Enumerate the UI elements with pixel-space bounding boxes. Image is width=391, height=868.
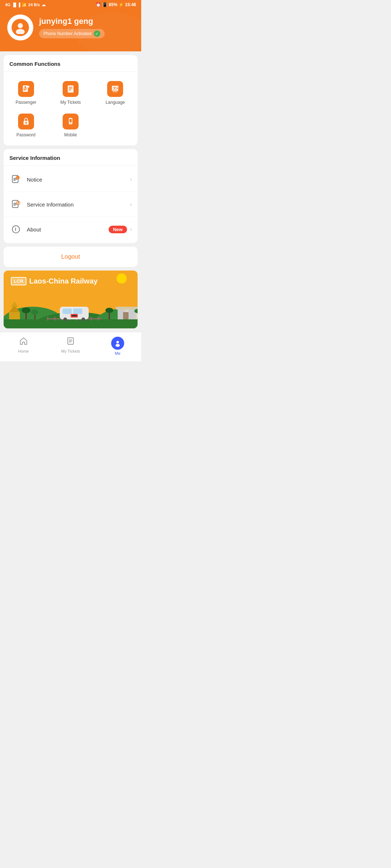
svg-rect-56 (9, 312, 20, 319)
svg-rect-20 (70, 119, 72, 122)
mobile-label: Mobile (64, 132, 77, 137)
nav-tickets-icon (66, 337, 75, 348)
data-speed: 24 B/s (28, 3, 40, 7)
svg-rect-47 (91, 317, 92, 320)
notice-icon: ! (9, 173, 22, 186)
language-label: Language (106, 100, 125, 105)
svg-rect-41 (47, 317, 48, 320)
function-mobile[interactable]: Mobile (48, 110, 93, 142)
svg-point-0 (18, 23, 23, 28)
svg-rect-75 (69, 342, 71, 342)
logout-button[interactable]: Logout (61, 253, 80, 260)
function-language[interactable]: 文A Language (93, 77, 138, 110)
svg-rect-50 (63, 309, 72, 314)
service-info-chevron: › (130, 201, 132, 208)
password-icon (18, 114, 34, 129)
svg-rect-74 (69, 341, 72, 341)
phone-badge-text: Phone Number Activated (43, 31, 92, 36)
charging-icon: ⚡ (118, 2, 124, 7)
svg-rect-18 (26, 123, 26, 124)
profile-header: junying1 geng Phone Number Activated ✓ (0, 9, 141, 51)
my-tickets-label: My Tickets (60, 100, 81, 105)
profile-info: junying1 geng Phone Number Activated ✓ (39, 17, 105, 38)
service-info-item[interactable]: Service Information › (4, 192, 138, 217)
function-my-tickets[interactable]: My Tickets (48, 77, 93, 110)
svg-point-54 (63, 318, 67, 321)
bottom-navigation: Home My Tickets Me (0, 332, 141, 361)
service-info-label: Service Information (27, 201, 130, 208)
avatar[interactable] (7, 14, 33, 41)
avatar-icon (12, 19, 29, 36)
about-label: About (27, 226, 109, 233)
service-about-item[interactable]: i About New › (4, 217, 138, 242)
functions-grid: + Passenger My Tickets (4, 72, 138, 145)
svg-point-55 (81, 318, 85, 321)
svg-rect-26 (13, 179, 17, 180)
wifi-icon: 📶 (22, 3, 27, 7)
svg-rect-10 (69, 88, 72, 89)
about-right: New › (109, 226, 132, 233)
signal-bars: ▐▌▐ (12, 3, 20, 7)
notice-label: Notice (27, 176, 130, 183)
svg-rect-51 (73, 309, 82, 314)
service-information-card: Service Information ! Notice › (4, 149, 138, 243)
svg-point-69 (105, 308, 113, 313)
passenger-icon: + (18, 81, 34, 97)
svg-rect-30 (13, 203, 16, 204)
status-left: 4G ▐▌▐ 📶 24 B/s ☁ (5, 3, 46, 7)
svg-text:i: i (15, 227, 16, 232)
lcr-logo-text: LCR (11, 277, 26, 285)
me-icon (111, 337, 124, 350)
svg-rect-27 (13, 180, 16, 181)
svg-rect-39 (4, 319, 138, 328)
svg-rect-25 (13, 178, 16, 179)
svg-rect-53 (72, 315, 77, 316)
svg-rect-5 (24, 90, 26, 90)
common-functions-card: Common Functions + Passenger (4, 55, 138, 145)
vibrate-icon: 📳 (102, 2, 108, 7)
svg-point-3 (24, 86, 26, 88)
svg-rect-48 (98, 317, 99, 320)
common-functions-title: Common Functions (4, 55, 138, 72)
svg-rect-73 (69, 340, 72, 340)
about-icon: i (9, 223, 22, 236)
nav-home[interactable]: Home (0, 335, 47, 357)
logout-card[interactable]: Logout (4, 247, 138, 267)
profile-name: junying1 geng (39, 17, 105, 26)
home-label: Home (18, 349, 29, 353)
signal-icon: 4G (5, 3, 10, 7)
phone-badge: Phone Number Activated ✓ (39, 29, 105, 38)
banner-scene (4, 292, 138, 328)
svg-rect-15 (113, 91, 118, 92)
status-right: ⏰ 📳 85% ⚡ 15:46 (96, 2, 136, 7)
banner-content: LCR Laos-China Railway (4, 271, 138, 293)
new-badge: New (109, 226, 127, 233)
function-password[interactable]: Password (4, 110, 48, 142)
svg-rect-11 (69, 89, 71, 90)
service-information-title: Service Information (4, 149, 138, 166)
about-chevron: › (130, 226, 132, 233)
svg-rect-12 (69, 90, 71, 91)
svg-marker-58 (11, 301, 18, 307)
verified-check-icon: ✓ (94, 30, 100, 37)
status-bar: 4G ▐▌▐ 📶 24 B/s ☁ ⏰ 📳 85% ⚡ 15:46 (0, 0, 141, 9)
function-passenger[interactable]: + Passenger (4, 77, 48, 110)
svg-rect-64 (116, 307, 138, 310)
svg-rect-31 (13, 204, 17, 205)
alarm-icon: ⏰ (96, 2, 101, 7)
svg-rect-9 (69, 87, 72, 88)
nav-my-tickets[interactable]: My Tickets (47, 335, 94, 357)
notice-chevron: › (130, 176, 132, 183)
lcr-banner[interactable]: LCR Laos-China Railway (4, 271, 138, 328)
service-info-icon (9, 198, 22, 211)
svg-point-21 (70, 123, 71, 124)
password-label: Password (16, 132, 35, 137)
svg-text:+: + (28, 86, 29, 88)
svg-text:!: ! (17, 176, 18, 179)
my-tickets-icon (63, 81, 79, 97)
service-notice-item[interactable]: ! Notice › (4, 167, 138, 192)
me-label: Me (115, 351, 120, 356)
service-info-right: › (130, 201, 132, 208)
nav-me[interactable]: Me (94, 335, 141, 357)
svg-point-1 (16, 29, 25, 34)
